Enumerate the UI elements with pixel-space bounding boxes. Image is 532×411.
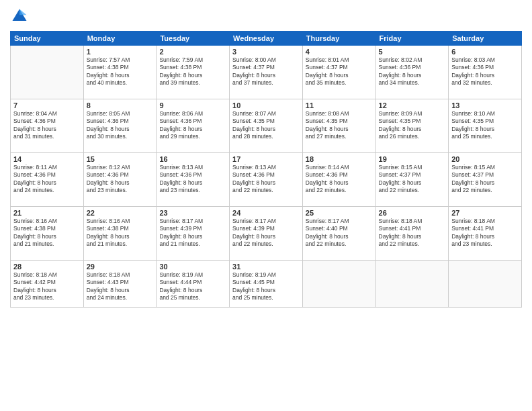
day-info: Sunrise: 7:57 AMSunset: 4:38 PMDaylight:… <box>87 56 154 87</box>
logo-icon <box>10 7 29 26</box>
weekday-saturday: Saturday <box>449 32 522 46</box>
week-row-5: 28Sunrise: 8:18 AMSunset: 4:42 PMDayligh… <box>11 261 522 308</box>
day-number: 15 <box>87 155 154 163</box>
day-info: Sunrise: 8:18 AMSunset: 4:41 PMDaylight:… <box>379 218 446 248</box>
day-info: Sunrise: 8:16 AMSunset: 4:38 PMDaylight:… <box>13 218 81 248</box>
day-info: Sunrise: 8:03 AMSunset: 4:36 PMDaylight:… <box>451 56 519 87</box>
day-number: 5 <box>379 48 446 56</box>
weekday-sunday: Sunday <box>11 32 84 46</box>
day-number: 8 <box>87 101 154 109</box>
day-number: 2 <box>159 48 226 56</box>
day-info: Sunrise: 8:17 AMSunset: 4:40 PMDaylight:… <box>306 218 373 248</box>
day-number: 7 <box>13 101 81 109</box>
day-info: Sunrise: 8:16 AMSunset: 4:38 PMDaylight:… <box>87 218 154 248</box>
day-number: 4 <box>306 48 373 56</box>
day-cell: 9Sunrise: 8:06 AMSunset: 4:36 PMDaylight… <box>157 99 230 153</box>
day-info: Sunrise: 7:59 AMSunset: 4:38 PMDaylight:… <box>159 56 226 87</box>
weekday-tuesday: Tuesday <box>157 32 230 46</box>
day-number: 10 <box>232 101 300 109</box>
day-cell: 17Sunrise: 8:13 AMSunset: 4:36 PMDayligh… <box>230 153 303 207</box>
day-cell: 23Sunrise: 8:17 AMSunset: 4:39 PMDayligh… <box>157 207 230 261</box>
day-cell: 24Sunrise: 8:17 AMSunset: 4:39 PMDayligh… <box>230 207 303 261</box>
day-info: Sunrise: 8:17 AMSunset: 4:39 PMDaylight:… <box>232 218 300 248</box>
day-number: 9 <box>159 101 226 109</box>
day-cell: 26Sunrise: 8:18 AMSunset: 4:41 PMDayligh… <box>375 207 449 261</box>
day-number: 20 <box>451 155 519 163</box>
day-info: Sunrise: 8:10 AMSunset: 4:35 PMDaylight:… <box>451 110 519 141</box>
day-cell: 28Sunrise: 8:18 AMSunset: 4:42 PMDayligh… <box>11 261 84 308</box>
day-info: Sunrise: 8:12 AMSunset: 4:36 PMDaylight:… <box>87 164 154 195</box>
day-number: 14 <box>13 155 81 163</box>
day-cell <box>449 261 522 308</box>
day-cell <box>375 261 449 308</box>
day-cell: 29Sunrise: 8:18 AMSunset: 4:43 PMDayligh… <box>83 261 157 308</box>
svg-marker-1 <box>19 9 27 15</box>
day-info: Sunrise: 8:02 AMSunset: 4:36 PMDaylight:… <box>379 56 446 87</box>
day-number: 16 <box>159 155 226 163</box>
header <box>10 7 522 26</box>
day-number: 13 <box>451 101 519 109</box>
day-cell: 8Sunrise: 8:05 AMSunset: 4:36 PMDaylight… <box>83 99 157 153</box>
day-info: Sunrise: 8:11 AMSunset: 4:36 PMDaylight:… <box>13 164 81 195</box>
day-cell <box>302 261 375 308</box>
day-info: Sunrise: 8:06 AMSunset: 4:36 PMDaylight:… <box>159 110 226 141</box>
day-number: 3 <box>232 48 300 56</box>
weekday-wednesday: Wednesday <box>230 32 303 46</box>
day-info: Sunrise: 8:18 AMSunset: 4:43 PMDaylight:… <box>87 271 154 302</box>
day-cell: 11Sunrise: 8:08 AMSunset: 4:35 PMDayligh… <box>302 99 375 153</box>
day-info: Sunrise: 8:09 AMSunset: 4:35 PMDaylight:… <box>379 110 446 141</box>
day-cell: 27Sunrise: 8:18 AMSunset: 4:41 PMDayligh… <box>449 207 522 261</box>
day-number: 28 <box>13 263 81 271</box>
day-cell: 30Sunrise: 8:19 AMSunset: 4:44 PMDayligh… <box>157 261 230 308</box>
day-cell: 6Sunrise: 8:03 AMSunset: 4:36 PMDaylight… <box>449 46 522 99</box>
day-cell <box>11 46 84 99</box>
day-cell: 31Sunrise: 8:19 AMSunset: 4:45 PMDayligh… <box>230 261 303 308</box>
day-cell: 22Sunrise: 8:16 AMSunset: 4:38 PMDayligh… <box>83 207 157 261</box>
day-cell: 4Sunrise: 8:01 AMSunset: 4:37 PMDaylight… <box>302 46 375 99</box>
week-row-3: 14Sunrise: 8:11 AMSunset: 4:36 PMDayligh… <box>11 153 522 207</box>
day-cell: 5Sunrise: 8:02 AMSunset: 4:36 PMDaylight… <box>375 46 449 99</box>
day-cell: 2Sunrise: 7:59 AMSunset: 4:38 PMDaylight… <box>157 46 230 99</box>
day-number: 11 <box>306 101 373 109</box>
day-info: Sunrise: 8:00 AMSunset: 4:37 PMDaylight:… <box>232 56 300 87</box>
week-row-1: 1Sunrise: 7:57 AMSunset: 4:38 PMDaylight… <box>11 46 522 99</box>
day-cell: 15Sunrise: 8:12 AMSunset: 4:36 PMDayligh… <box>83 153 157 207</box>
day-info: Sunrise: 8:13 AMSunset: 4:36 PMDaylight:… <box>159 164 226 195</box>
day-cell: 3Sunrise: 8:00 AMSunset: 4:37 PMDaylight… <box>230 46 303 99</box>
page: SundayMondayTuesdayWednesdayThursdayFrid… <box>0 0 532 411</box>
day-info: Sunrise: 8:18 AMSunset: 4:42 PMDaylight:… <box>13 271 81 302</box>
weekday-monday: Monday <box>83 32 157 46</box>
weekday-header-row: SundayMondayTuesdayWednesdayThursdayFrid… <box>11 32 522 46</box>
day-cell: 13Sunrise: 8:10 AMSunset: 4:35 PMDayligh… <box>449 99 522 153</box>
day-info: Sunrise: 8:15 AMSunset: 4:37 PMDaylight:… <box>451 164 519 195</box>
day-cell: 18Sunrise: 8:14 AMSunset: 4:36 PMDayligh… <box>302 153 375 207</box>
weekday-thursday: Thursday <box>302 32 375 46</box>
day-cell: 10Sunrise: 8:07 AMSunset: 4:35 PMDayligh… <box>230 99 303 153</box>
day-info: Sunrise: 8:05 AMSunset: 4:36 PMDaylight:… <box>87 110 154 141</box>
day-info: Sunrise: 8:04 AMSunset: 4:36 PMDaylight:… <box>13 110 81 141</box>
day-info: Sunrise: 8:14 AMSunset: 4:36 PMDaylight:… <box>306 164 373 195</box>
week-row-4: 21Sunrise: 8:16 AMSunset: 4:38 PMDayligh… <box>11 207 522 261</box>
day-cell: 25Sunrise: 8:17 AMSunset: 4:40 PMDayligh… <box>302 207 375 261</box>
day-number: 24 <box>232 209 300 217</box>
day-cell: 16Sunrise: 8:13 AMSunset: 4:36 PMDayligh… <box>157 153 230 207</box>
day-number: 1 <box>87 48 154 56</box>
day-number: 12 <box>379 101 446 109</box>
day-number: 17 <box>232 155 300 163</box>
day-cell: 14Sunrise: 8:11 AMSunset: 4:36 PMDayligh… <box>11 153 84 207</box>
day-cell: 1Sunrise: 7:57 AMSunset: 4:38 PMDaylight… <box>83 46 157 99</box>
day-cell: 12Sunrise: 8:09 AMSunset: 4:35 PMDayligh… <box>375 99 449 153</box>
week-row-2: 7Sunrise: 8:04 AMSunset: 4:36 PMDaylight… <box>11 99 522 153</box>
day-info: Sunrise: 8:07 AMSunset: 4:35 PMDaylight:… <box>232 110 300 141</box>
day-info: Sunrise: 8:08 AMSunset: 4:35 PMDaylight:… <box>306 110 373 141</box>
day-number: 31 <box>232 263 300 271</box>
day-info: Sunrise: 8:13 AMSunset: 4:36 PMDaylight:… <box>232 164 300 195</box>
day-cell: 20Sunrise: 8:15 AMSunset: 4:37 PMDayligh… <box>449 153 522 207</box>
logo <box>10 7 30 26</box>
day-number: 23 <box>159 209 226 217</box>
day-number: 22 <box>87 209 154 217</box>
day-cell: 19Sunrise: 8:15 AMSunset: 4:37 PMDayligh… <box>375 153 449 207</box>
day-number: 19 <box>379 155 446 163</box>
day-info: Sunrise: 8:17 AMSunset: 4:39 PMDaylight:… <box>159 218 226 248</box>
day-number: 26 <box>379 209 446 217</box>
